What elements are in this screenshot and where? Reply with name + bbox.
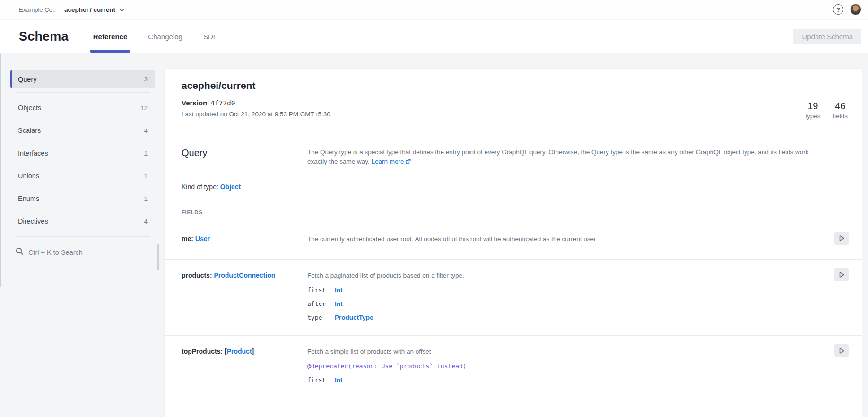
version-value: 4f77d0 <box>210 99 235 107</box>
arg-row: type ProductType <box>307 314 834 321</box>
play-icon <box>839 271 845 278</box>
kind-value-link[interactable]: Object <box>220 183 241 191</box>
sidebar-item-count: 4 <box>144 127 148 134</box>
sidebar-scrollbar[interactable] <box>157 244 159 270</box>
arg-row: after Int <box>307 300 834 307</box>
type-description: The Query type is a special type that de… <box>307 148 820 167</box>
stat-fields-label: fields <box>833 113 848 120</box>
sidebar: Query 3 Objects 12 Scalars 4 Interfaces … <box>10 70 155 264</box>
sidebar-item-label: Unions <box>18 172 39 180</box>
tab-sdl[interactable]: SDL <box>203 20 217 53</box>
sidebar-item-label: Enums <box>18 195 39 202</box>
field-type-link[interactable]: User <box>195 235 210 243</box>
sidebar-item-count: 1 <box>144 173 148 180</box>
page-header: Schema Reference Changelog SDL Update Sc… <box>0 20 868 53</box>
field-type-link[interactable]: Product <box>227 348 252 355</box>
field-type-link[interactable]: ProductConnection <box>214 271 275 279</box>
arg-type-link[interactable]: Int <box>335 287 343 294</box>
arg-name: type <box>307 314 335 321</box>
arg-type-link[interactable]: Int <box>335 376 343 383</box>
page-title: Schema <box>19 29 69 44</box>
arg-type-link[interactable]: ProductType <box>335 314 373 321</box>
graph-title: acephei/current <box>182 80 849 91</box>
sidebar-item-unions[interactable]: Unions 1 <box>10 165 155 187</box>
stat-types: 19 types <box>805 101 820 120</box>
play-icon <box>839 235 845 242</box>
sidebar-item-label: Query <box>18 76 37 83</box>
sidebar-item-label: Interfaces <box>18 149 48 157</box>
version-label: Version <box>182 99 207 107</box>
kind-label: Kind of type: <box>182 183 218 191</box>
field-description: The currently authenticated user root. A… <box>307 235 834 243</box>
type-name: Query <box>182 148 307 158</box>
graph-selector-value: acephei / current <box>64 6 115 13</box>
sidebar-item-directives[interactable]: Directives 4 <box>10 210 155 233</box>
search-icon <box>16 247 24 257</box>
field-args: first Int <box>307 376 834 383</box>
tab-changelog[interactable]: Changelog <box>148 20 182 53</box>
type-name-col: Query <box>182 148 307 167</box>
play-icon <box>839 348 845 354</box>
run-field-button[interactable] <box>834 268 849 281</box>
sidebar-item-interfaces[interactable]: Interfaces 1 <box>10 142 155 165</box>
arg-row: first Int <box>307 287 834 294</box>
field-signature: products: ProductConnection <box>182 271 307 321</box>
avatar[interactable] <box>850 4 861 15</box>
version-line: Version4f77d0 <box>182 99 849 107</box>
sidebar-item-count: 3 <box>144 76 148 83</box>
search-hint: Ctrl + K to Search <box>28 249 83 256</box>
graph-selector[interactable]: acephei / current <box>64 5 124 14</box>
learn-more-link[interactable]: Learn more <box>372 158 411 165</box>
tab-reference[interactable]: Reference <box>93 20 128 53</box>
arg-name: first <box>307 287 335 294</box>
schema-card-header: acephei/current Version4f77d0 Last updat… <box>165 69 862 130</box>
field-args: first Int after Int type ProductType <box>307 287 834 321</box>
external-link-icon <box>406 157 411 167</box>
arg-name: after <box>307 300 335 307</box>
field-detail: Fetch a paginated list of products based… <box>307 271 834 321</box>
field-row-me: me: User The currently authenticated use… <box>165 223 862 259</box>
help-icon[interactable]: ? <box>833 4 843 15</box>
field-description: Fetch a simple list of products with an … <box>307 347 834 356</box>
stat-fields: 46 fields <box>833 101 848 120</box>
field-name-suffix: ] <box>252 348 254 355</box>
schema-card: acephei/current Version4f77d0 Last updat… <box>165 69 862 417</box>
update-schema-button[interactable]: Update Schema <box>793 29 861 44</box>
top-bar: Example Co.: acephei / current ? <box>0 0 868 19</box>
run-field-button[interactable] <box>834 344 849 357</box>
type-desc-col: The Query type is a special type that de… <box>307 148 849 167</box>
last-updated-prefix: Last updated on <box>182 111 227 118</box>
field-signature: me: User <box>182 235 307 245</box>
sidebar-item-scalars[interactable]: Scalars 4 <box>10 119 155 142</box>
org-label: Example Co.: <box>19 6 56 13</box>
topbar-right: ? <box>833 4 861 15</box>
fields-section-label: FIELDS <box>165 191 862 223</box>
run-field-button[interactable] <box>834 232 849 245</box>
arg-name: first <box>307 376 335 383</box>
sidebar-item-count: 1 <box>144 150 148 157</box>
field-row-products: products: ProductConnection Fetch a pagi… <box>165 260 862 335</box>
field-detail: Fetch a simple list of products with an … <box>307 347 834 383</box>
field-name: products: <box>182 271 212 279</box>
search-trigger[interactable]: Ctrl + K to Search <box>10 241 155 264</box>
field-name: topProducts: [ <box>182 348 227 355</box>
stat-types-value: 19 <box>805 101 820 112</box>
arg-type-link[interactable]: Int <box>335 300 343 307</box>
sidebar-divider <box>16 92 150 93</box>
field-row-topproducts: topProducts: [Product] Fetch a simple li… <box>165 336 862 398</box>
kind-of-type-line: Kind of type: Object <box>165 167 862 191</box>
sidebar-item-objects[interactable]: Objects 12 <box>10 96 155 119</box>
schema-stats: 19 types 46 fields <box>805 101 848 120</box>
stat-types-label: types <box>805 113 820 120</box>
sidebar-item-enums[interactable]: Enums 1 <box>10 187 155 210</box>
tab-bar: Reference Changelog SDL <box>93 20 217 53</box>
window-edge-divider <box>0 54 1 287</box>
field-signature: topProducts: [Product] <box>182 347 307 383</box>
sidebar-item-label: Scalars <box>18 127 41 134</box>
sidebar-item-count: 1 <box>144 195 148 202</box>
body: Query 3 Objects 12 Scalars 4 Interfaces … <box>0 53 868 417</box>
sidebar-item-label: Objects <box>18 104 41 112</box>
last-updated-value: Oct 21, 2020 at 9:53 PM GMT+5:30 <box>229 111 330 118</box>
arg-row: first Int <box>307 376 834 383</box>
sidebar-item-query[interactable]: Query 3 <box>10 70 155 88</box>
